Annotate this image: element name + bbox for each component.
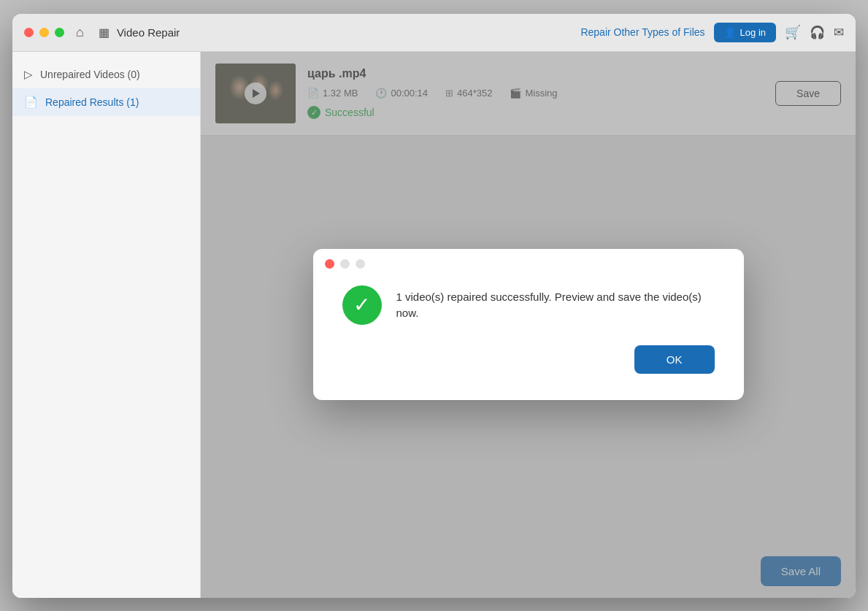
dialog-title-bar (325, 259, 365, 269)
maximize-btn[interactable] (55, 28, 64, 37)
home-icon[interactable]: ⌂ (76, 25, 84, 40)
checkmark-icon: ✓ (353, 295, 370, 315)
headphones-icon[interactable]: 🎧 (810, 25, 825, 40)
unrepaired-icon: ▷ (24, 68, 33, 81)
login-button[interactable]: 👤 Log in (714, 23, 776, 42)
sidebar-item-repaired[interactable]: 📄 Repaired Results (1) (12, 88, 200, 116)
app-window: ⌂ ▦ Video Repair Repair Other Types of F… (12, 14, 856, 598)
dialog-overlay: ✓ 1 video(s) repaired successfully. Prev… (201, 52, 856, 598)
sidebar-item-unrepaired[interactable]: ▷ Unrepaired Videos (0) (12, 61, 200, 88)
video-repair-icon: ▦ (99, 26, 110, 39)
content-area: царь .mp4 📄 1.32 MB 🕐 00:00:14 ⊞ 464*3 (201, 52, 856, 598)
title-bar-center: ⌂ ▦ Video Repair (76, 25, 580, 40)
page-title: Video Repair (117, 26, 180, 39)
main-layout: ▷ Unrepaired Videos (0) 📄 Repaired Resul… (12, 52, 856, 598)
person-icon: 👤 (724, 27, 736, 38)
repaired-icon: 📄 (24, 96, 38, 109)
dialog-close-btn[interactable] (325, 259, 334, 269)
repair-other-link[interactable]: Repair Other Types of Files (580, 26, 704, 38)
dialog-message: 1 video(s) repaired successfully. Previe… (396, 289, 715, 322)
sidebar-item-repaired-label: Repaired Results (1) (45, 96, 139, 108)
ok-button[interactable]: OK (634, 345, 715, 374)
window-controls (24, 28, 64, 37)
email-icon[interactable]: ✉ (834, 25, 844, 40)
success-circle: ✓ (342, 285, 382, 325)
sidebar: ▷ Unrepaired Videos (0) 📄 Repaired Resul… (12, 52, 201, 598)
dialog-maximize-btn[interactable] (356, 259, 365, 269)
title-bar: ⌂ ▦ Video Repair Repair Other Types of F… (12, 14, 856, 52)
title-bar-right: Repair Other Types of Files 👤 Log in 🛒 🎧… (580, 23, 844, 42)
close-btn[interactable] (24, 28, 34, 37)
dialog-footer: OK (342, 345, 715, 374)
cart-icon[interactable]: 🛒 (785, 24, 801, 40)
minimize-btn[interactable] (39, 28, 49, 37)
dialog-body: ✓ 1 video(s) repaired successfully. Prev… (342, 285, 715, 325)
dialog-minimize-btn[interactable] (340, 259, 350, 269)
sidebar-item-unrepaired-label: Unrepaired Videos (0) (40, 69, 140, 80)
dialog-box: ✓ 1 video(s) repaired successfully. Prev… (313, 249, 744, 400)
